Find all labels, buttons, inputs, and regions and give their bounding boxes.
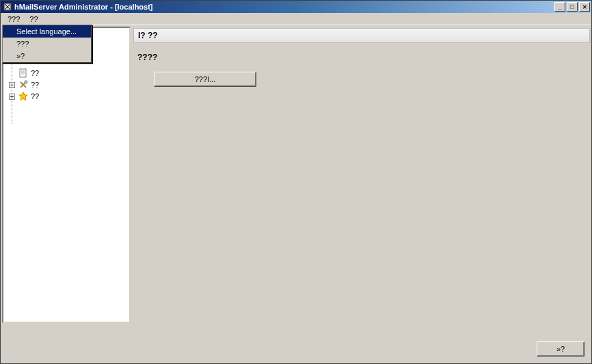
svg-point-9 — [25, 81, 27, 83]
close-button[interactable]: ✕ — [579, 2, 590, 12]
dropdown-menu: Select language... ??? »? — [2, 25, 92, 64]
main-window: hMailServer Administrator - [localhost] … — [0, 0, 592, 364]
maximize-button[interactable]: □ — [567, 2, 578, 12]
page-icon — [18, 68, 29, 79]
window-controls: _ □ ✕ — [554, 2, 591, 12]
tree-node-0[interactable]: ?? — [9, 68, 129, 79]
main-action-button[interactable]: ???І... — [154, 72, 256, 87]
menu-item-0[interactable]: ??? — [3, 14, 24, 25]
app-icon — [3, 2, 12, 12]
menu-item-1[interactable]: ?? — [25, 14, 42, 25]
tree-label: ?? — [31, 81, 39, 89]
tree-label: ?? — [31, 92, 39, 100]
tree-panel: ?? + ?? + — [2, 27, 131, 323]
content-header-text: І? ?? — [138, 31, 158, 40]
svg-rect-3 — [20, 69, 26, 77]
section-label: ???? — [133, 43, 590, 62]
body: ?? + ?? + — [1, 25, 591, 363]
star-icon — [18, 91, 29, 102]
button-row: ???І... — [154, 72, 590, 87]
minimize-button[interactable]: _ — [554, 2, 565, 12]
window-title: hMailServer Administrator - [localhost] — [14, 3, 554, 11]
content-header: І? ?? — [133, 28, 590, 43]
content-area: І? ?? ???? ???І... »? — [133, 27, 590, 362]
footer-bar: »? — [537, 341, 584, 356]
tools-icon — [18, 79, 29, 90]
footer-button[interactable]: »? — [537, 341, 584, 356]
tree-node-1[interactable]: + ?? — [9, 79, 129, 90]
svg-marker-10 — [19, 92, 27, 100]
titlebar: hMailServer Administrator - [localhost] … — [1, 1, 591, 13]
dropdown-item-1[interactable]: ??? — [3, 38, 91, 50]
menubar: ??? ?? Select language... ??? »? — [1, 13, 591, 25]
dropdown-item-select-language[interactable]: Select language... — [3, 25, 91, 38]
tree-node-2[interactable]: + ?? — [9, 91, 129, 102]
dropdown-item-2[interactable]: »? — [3, 50, 91, 62]
tree-label: ?? — [31, 69, 39, 77]
